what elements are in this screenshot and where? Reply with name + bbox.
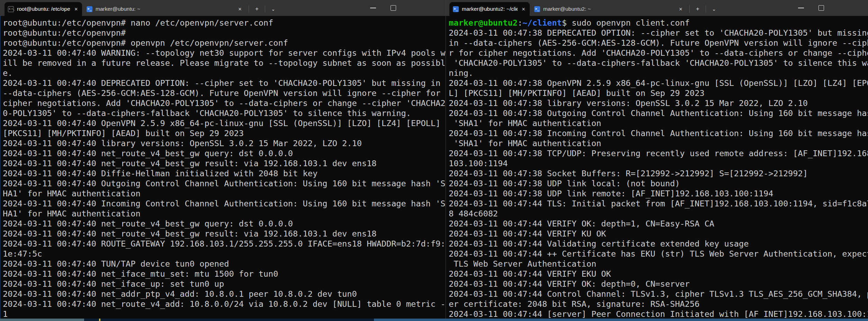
- tab-dropdown-button[interactable]: ⌄: [267, 3, 279, 15]
- terminal-line: HA1' for HMAC authentication: [3, 209, 446, 219]
- divider: [249, 5, 249, 13]
- maximize-icon: [818, 5, 824, 11]
- tab-bar: >_ marker@ubuntu2: ~/client ✕ >_ marker@…: [446, 0, 868, 16]
- terminal-line: 2024-03-11 00:47:40 library versions: Op…: [3, 139, 446, 149]
- powershell-icon: >_: [87, 6, 92, 12]
- taskbar-strip[interactable]: [0, 319, 868, 321]
- prompt-path: ~/client: [522, 18, 562, 28]
- divider: [689, 5, 690, 13]
- terminal-line: 'CHACHA20-POLY1305' to --data-ciphers-fa…: [449, 58, 868, 68]
- terminal-line: TLS Web Server Authentication: [449, 259, 868, 269]
- minimize-button[interactable]: [793, 1, 809, 15]
- terminal-line: 1e:47:5c: [3, 249, 446, 259]
- terminal-line: 2024-03-11 00:47:44 VERIFY EKU OK: [449, 269, 868, 279]
- tab-title: marker@ubuntu2: ~/client: [462, 6, 518, 12]
- terminal-line: 2024-03-11 00:47:44 [server] Peer Connec…: [449, 309, 868, 319]
- terminal-line: 2024-03-11 00:47:40 net_route_v4_best_gw…: [3, 159, 446, 169]
- terminal-line: 0-POLY1305' to --data-ciphers-fallback '…: [3, 108, 446, 118]
- close-tab-icon[interactable]: ✕: [521, 6, 526, 12]
- tab-marker-ubuntu-home[interactable]: >_ marker@ubuntu: ~ ✕: [83, 2, 247, 16]
- terminal-line: 2024-03-11 00:47:40 net_route_v4_add: 10…: [3, 299, 446, 309]
- minimize-icon: [370, 8, 376, 8]
- terminal-log: 2024-03-11 00:47:38 DEPRECATED OPTION: -…: [449, 28, 868, 319]
- taskbar-segment: [0, 319, 84, 321]
- terminal-line: 2024-03-11 00:47:38 Outgoing Control Cha…: [449, 108, 868, 118]
- taskbar-segment: [84, 319, 374, 321]
- close-tab-icon[interactable]: ✕: [73, 6, 79, 12]
- terminal-line: root@ubuntu:/etc/openvpn# openvpn /etc/o…: [3, 38, 446, 48]
- terminal-line: 2024-03-11 00:47:44 VERIFY KU OK: [449, 229, 868, 239]
- terminal-line: 2024-03-11 00:47:40 WARNING: --topology …: [3, 48, 446, 58]
- minimize-button[interactable]: [365, 1, 381, 15]
- terminal-line: 1: [3, 309, 446, 319]
- terminal-line: 2024-03-11 00:47:40 DEPRECATED OPTION: -…: [3, 78, 446, 88]
- terminal-line: ning.: [449, 68, 868, 78]
- terminal-line: 2024-03-11 00:47:40 net_iface_mtu_set: m…: [3, 269, 446, 279]
- tab-marker-ubuntu2-client[interactable]: >_ marker@ubuntu2: ~/client ✕: [449, 2, 530, 16]
- tab-root-ubuntu-etc-openvpn[interactable]: C:\_ root@ubuntu: /etc/openvpn ✕: [5, 2, 82, 16]
- prompt-user-host: marker@ubuntu2: [449, 18, 518, 28]
- terminal-output-client[interactable]: marker@ubuntu2:~/client$ sudo openvpn cl…: [446, 16, 868, 321]
- terminal-line: 103.100:1194: [449, 159, 868, 169]
- shell-prompt-line: marker@ubuntu2:~/client$ sudo openvpn cl…: [449, 18, 868, 28]
- taskbar-accent-tick: [99, 319, 100, 321]
- new-tab-button[interactable]: +: [692, 3, 704, 15]
- terminal-line: 2024-03-11 00:47:38 DEPRECATED OPTION: -…: [449, 28, 868, 38]
- terminal-line: cipher negotiations. Add 'CHACHA20-POLY1…: [3, 98, 446, 108]
- terminal-line: 2024-03-11 00:47:44 Validating certifica…: [449, 239, 868, 249]
- tab-title: root@ubuntu: /etc/openvpn: [17, 6, 70, 12]
- window-edge-accent: [0, 16, 1, 319]
- terminal-window-client: >_ marker@ubuntu2: ~/client ✕ >_ marker@…: [446, 0, 868, 321]
- terminal-line: 2024-03-11 00:47:38 UDP link local: (not…: [449, 179, 868, 189]
- tab-title: marker@ubuntu2: ~: [543, 6, 591, 12]
- close-tab-icon[interactable]: ✕: [237, 6, 243, 12]
- terminal-line: in --data-ciphers (AES-256-GCM:AES-128-G…: [449, 38, 868, 48]
- terminal-line: 2024-03-11 00:47:40 net_route_v4_best_gw…: [3, 219, 446, 229]
- terminal-line: 8 484c6082: [449, 209, 868, 219]
- tab-dropdown-button[interactable]: ⌄: [708, 3, 720, 15]
- new-tab-button[interactable]: +: [251, 3, 263, 15]
- terminal-line: er certificate: 2048 bit RSA, signature:…: [449, 299, 868, 309]
- terminal-window-server: C:\_ root@ubuntu: /etc/openvpn ✕ >_ mark…: [0, 0, 446, 321]
- terminal-line: root@ubuntu:/etc/openvpn# nano /etc/open…: [3, 18, 446, 28]
- terminal-output-server[interactable]: root@ubuntu:/etc/openvpn# nano /etc/open…: [0, 16, 446, 321]
- terminal-line: e.: [3, 68, 446, 78]
- terminal-line: 2024-03-11 00:47:44 TLS: Initial packet …: [449, 199, 868, 209]
- terminal-line: 2024-03-11 00:47:40 TUN/TAP device tun0 …: [3, 259, 446, 269]
- tab-bar: C:\_ root@ubuntu: /etc/openvpn ✕ >_ mark…: [0, 0, 446, 16]
- maximize-icon: [391, 5, 396, 11]
- terminal-line: 2024-03-11 00:47:40 net_addr_ptp_v4_add:…: [3, 289, 446, 299]
- maximize-button[interactable]: [385, 1, 401, 15]
- close-tab-icon[interactable]: ✕: [678, 6, 684, 12]
- terminal-line: 2024-03-11 00:47:38 UDP link remote: [AF…: [449, 189, 868, 199]
- terminal-line: 2024-03-11 00:47:40 net_route_v4_best_gw…: [3, 229, 446, 239]
- terminal-line: 2024-03-11 00:47:38 library versions: Op…: [449, 98, 868, 108]
- terminal-line: --data-ciphers (AES-256-GCM:AES-128-GCM)…: [3, 88, 446, 98]
- terminal-line: 2024-03-11 00:47:40 OpenVPN 2.5.9 x86_64…: [3, 118, 446, 128]
- terminal-line: 2024-03-11 00:47:38 Socket Buffers: R=[2…: [449, 169, 868, 179]
- terminal-line: 2024-03-11 00:47:40 Diffie-Hellman initi…: [3, 169, 446, 179]
- terminal-line: 2024-03-11 00:47:38 Incoming Control Cha…: [449, 128, 868, 139]
- desktop-screen: C:\_ root@ubuntu: /etc/openvpn ✕ >_ mark…: [0, 0, 868, 321]
- prompt-command: $ sudo openvpn client.conf: [562, 18, 690, 28]
- terminal-line: 2024-03-11 00:47:40 Incoming Control Cha…: [3, 199, 446, 209]
- terminal-line: 2024-03-11 00:47:40 net_iface_up: set tu…: [3, 279, 446, 289]
- maximize-button[interactable]: [813, 1, 829, 15]
- terminal-line: 2024-03-11 00:47:44 ++ Certificate has E…: [449, 249, 868, 259]
- terminal-line: 2024-03-11 00:47:44 VERIFY OK: depth=1, …: [449, 219, 868, 229]
- powershell-icon: >_: [453, 6, 459, 12]
- terminal-line: [PKCS11] [MH/PKTINFO] [AEAD] built on Se…: [3, 128, 446, 139]
- tab-marker-ubuntu2-home[interactable]: >_ marker@ubuntu2: ~ ✕: [531, 2, 687, 16]
- terminal-line: 'SHA1' for HMAC authentication: [449, 139, 868, 149]
- divider: [706, 5, 706, 13]
- terminal-line: 2024-03-11 00:47:44 VERIFY OK: depth=0, …: [449, 279, 868, 289]
- powershell-icon: >_: [534, 6, 540, 12]
- cmd-icon: C:\_: [8, 6, 14, 12]
- terminal-line: 'SHA1' for HMAC authentication: [449, 118, 868, 128]
- terminal-line: HA1' for HMAC authentication: [3, 189, 446, 199]
- terminal-line: 2024-03-11 00:47:40 ROUTE_GATEWAY 192.16…: [3, 239, 446, 249]
- terminal-line: 2024-03-11 00:47:44 Control Channel: TLS…: [449, 289, 868, 299]
- tab-title: marker@ubuntu: ~: [96, 6, 140, 12]
- terminal-line: ill be removed in a future release. Plea…: [3, 58, 446, 68]
- divider: [265, 5, 265, 13]
